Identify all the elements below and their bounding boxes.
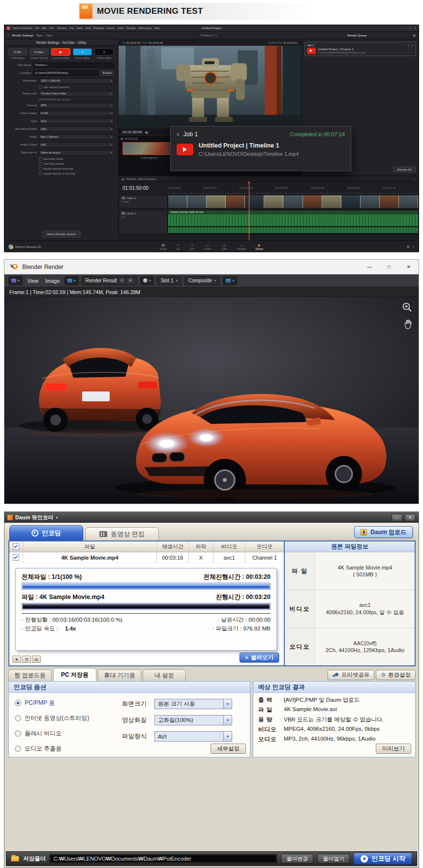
- audio-track-header[interactable]: A1Audio 1 2.0: [119, 210, 168, 235]
- maximize-button[interactable]: ▢: [409, 27, 412, 30]
- option-select[interactable]: 원본 크기 사용▾: [154, 699, 232, 709]
- timeline-selector[interactable]: Timeline 1: [201, 34, 214, 37]
- setting-select[interactable]: MP4▾: [39, 103, 114, 108]
- unlink-button[interactable]: ✕: [127, 278, 134, 283]
- video-track-clips[interactable]: [168, 195, 419, 209]
- render-settings-toggle[interactable]: Render Settings: [12, 34, 33, 37]
- preset-h265[interactable]: H.265 H.265 Master: [8, 48, 27, 60]
- menu-item[interactable]: Timeline: [57, 27, 67, 30]
- setting-select[interactable]: Auto▾: [39, 119, 114, 124]
- preset-tiktok[interactable]: ♪ TikTok 1080p: [94, 48, 114, 60]
- maximize-button[interactable]: □: [379, 260, 399, 274]
- setting-select[interactable]: AAC▾: [39, 142, 114, 148]
- menu-item[interactable]: Playback: [93, 27, 104, 30]
- browse-button[interactable]: Browse: [100, 70, 114, 76]
- minimize-button[interactable]: —: [404, 27, 407, 30]
- select-all-checkbox[interactable]: ✔: [13, 543, 19, 550]
- setting-select[interactable]: Bus 1 (Stereo)▾: [39, 134, 114, 140]
- slot-select[interactable]: Slot 1▾: [157, 276, 181, 285]
- setting-checkbox[interactable]: Upload directly to YouTube: [4, 171, 118, 176]
- render-queue-toggle[interactable]: Render Queue: [347, 34, 366, 37]
- file-name-input[interactable]: Timeline 1: [33, 62, 114, 68]
- menu-item[interactable]: DaVinci Resolve: [13, 27, 32, 30]
- image-menu[interactable]: Image: [43, 278, 61, 284]
- preview-button[interactable]: 미리보기: [376, 744, 411, 754]
- preset-tab-web[interactable]: 웹 업로드용: [8, 669, 52, 681]
- menu-item[interactable]: View: [85, 27, 91, 30]
- menu-item[interactable]: Workspace: [138, 27, 151, 30]
- edit-job-icon[interactable]: ✎: [407, 44, 409, 47]
- setting-select[interactable]: Same as project▾: [39, 150, 114, 155]
- browse-image-button[interactable]: ▾: [64, 276, 79, 285]
- page-tab[interactable]: ✂ Cut: [176, 243, 180, 250]
- option-select[interactable]: 고화질(100%)▾: [154, 715, 232, 725]
- list-view-button[interactable]: ≣: [22, 656, 31, 663]
- tab-video-edit[interactable]: 동영상 편집: [85, 527, 159, 540]
- settings-gear-icon[interactable]: ⚙: [406, 245, 409, 249]
- menu-item[interactable]: Edit: [42, 27, 46, 30]
- menu-item[interactable]: Color: [117, 27, 123, 30]
- file-row[interactable]: ✔ 4K Sample Movie.mp4 00:03:16 X avc1 Ch…: [9, 552, 284, 563]
- view-menu[interactable]: View: [26, 278, 41, 284]
- menu-item[interactable]: Help: [154, 27, 160, 30]
- daum-upload-button[interactable]: Daum 업로드: [354, 526, 413, 538]
- stop-button[interactable]: ■: [12, 656, 21, 663]
- encoding-type-radio[interactable]: 플래시 비디오: [15, 729, 122, 738]
- minimize-button[interactable]: —: [392, 514, 402, 521]
- framerate-select[interactable]: Timeline Frame Rate▾: [39, 91, 114, 96]
- menu-item[interactable]: Fusion: [107, 27, 115, 30]
- preset-vimeo[interactable]: v Vimeo 1080p: [73, 48, 92, 60]
- render-job-card[interactable]: Job 1 ✎ ✕ Untitled Project | Timeline 1: [304, 42, 416, 56]
- setting-select[interactable]: H.264▾: [39, 111, 114, 116]
- preset-prores[interactable]: ProRes ProRes 422 HQ: [30, 48, 49, 60]
- display-mode-button[interactable]: ▾: [223, 276, 237, 285]
- tab-encoding[interactable]: 인코딩: [9, 525, 83, 540]
- page-tab[interactable]: ≡ Edit: [190, 243, 194, 250]
- page-tab[interactable]: ▦ Media: [160, 243, 167, 250]
- menu-item[interactable]: Trim: [49, 27, 55, 30]
- setting-checkbox[interactable]: Use Proxy Media: [4, 161, 118, 166]
- audio-track-clip[interactable]: Titanfall Cinematic Trailer 4K.mp4: [168, 210, 419, 235]
- pan-hand-icon[interactable]: [403, 319, 413, 331]
- playhead[interactable]: [249, 182, 249, 240]
- encoding-type-radio[interactable]: 인터넷 동영상(스트리밍): [15, 714, 122, 722]
- clips-toggle[interactable]: Clips: [46, 34, 52, 37]
- add-to-render-queue-button[interactable]: Add to Render Queue: [41, 231, 81, 238]
- start-encoding-button[interactable]: 인코딩 시작: [354, 853, 412, 865]
- timeline-ruler[interactable]: 01:01:42:1501:01:45:0001:01:47:1001:01:5…: [168, 182, 419, 194]
- setting-checkbox[interactable]: Render without timecode: [4, 166, 118, 171]
- fake-user-button[interactable]: F: [120, 278, 125, 283]
- file-checkbox[interactable]: ✔: [13, 554, 19, 561]
- load-file-button[interactable]: +불러오기: [240, 653, 279, 662]
- option-button[interactable]: ▤: [32, 656, 41, 663]
- resolution-select[interactable]: 1920 x 1080 HD▾: [39, 78, 114, 84]
- page-tab[interactable]: ♪ Fairlight: [237, 243, 246, 250]
- menu-item[interactable]: File: [35, 27, 39, 30]
- menu-item[interactable]: Clip: [69, 27, 74, 30]
- editor-type-selector[interactable]: ▾: [8, 276, 23, 285]
- caret-down-icon[interactable]: ▾: [56, 515, 58, 520]
- video-track-header[interactable]: V1Video 1 3 Clips: [119, 195, 168, 209]
- audio-mixer-icon[interactable]: ♪: [414, 178, 416, 180]
- timeline-tab[interactable]: Timeline - Extra Timeline: [126, 178, 155, 180]
- option-select[interactable]: AVI▾: [154, 731, 232, 742]
- close-button[interactable]: ✕: [399, 260, 419, 274]
- change-folder-button[interactable]: 폴더변경: [281, 854, 313, 864]
- scene-selector[interactable]: ▾: [140, 276, 154, 285]
- encoding-type-radio[interactable]: PC/PMP 용: [15, 699, 122, 707]
- location-input[interactable]: C:\Users\LENOVO\Desktop: [33, 70, 98, 76]
- zoom-icon[interactable]: [402, 302, 413, 315]
- close-button[interactable]: ✕: [414, 27, 416, 30]
- setting-checkbox[interactable]: Normalize Audio: [4, 156, 118, 161]
- setting-select[interactable]: High▾: [39, 126, 114, 132]
- page-tab[interactable]: ◇ Fusion: [204, 243, 212, 250]
- tape-toggle[interactable]: Tape: [36, 34, 43, 37]
- page-tab[interactable]: ◎ Color: [221, 243, 227, 250]
- preset-youtube[interactable]: ▶ YouTube 1080p: [51, 48, 70, 60]
- delete-job-icon[interactable]: ✕: [412, 44, 414, 47]
- home-icon[interactable]: ⌂: [413, 245, 415, 249]
- detail-settings-button[interactable]: 세부설정: [211, 744, 246, 754]
- minimize-button[interactable]: —: [360, 260, 379, 274]
- close-button[interactable]: ✕: [405, 514, 416, 521]
- layout-grid-icon[interactable]: ▦: [413, 33, 416, 37]
